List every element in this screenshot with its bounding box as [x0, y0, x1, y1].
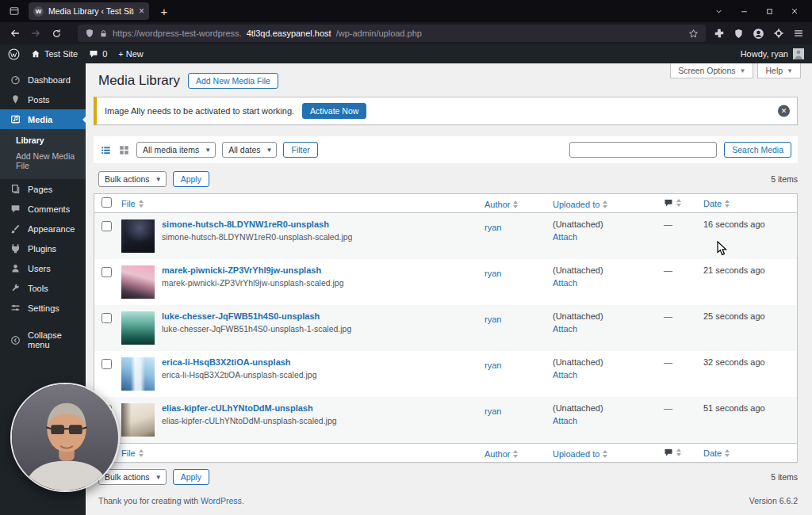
url-path: /wp-admin/upload.php — [336, 29, 422, 38]
media-thumbnail[interactable] — [121, 403, 155, 437]
sidebar-item-appearance[interactable]: Appearance — [0, 219, 86, 238]
tab-close-icon[interactable]: × — [139, 6, 144, 16]
comments-menu[interactable]: 0 — [89, 49, 107, 59]
author-link[interactable]: ryan — [485, 269, 501, 278]
media-thumbnail[interactable] — [121, 311, 155, 345]
sidebar-item-posts[interactable]: Posts — [0, 90, 86, 109]
grid-view-button[interactable] — [118, 144, 130, 156]
tracking-shield-icon[interactable] — [85, 29, 94, 38]
uploaded-to-status: (Unattached) — [553, 219, 664, 229]
list-view-button[interactable] — [100, 144, 112, 156]
wordpress-link[interactable]: WordPress. — [201, 496, 244, 505]
bulk-actions-select[interactable]: Bulk actions▼ — [98, 469, 167, 485]
sort-author-header[interactable]: Author — [485, 449, 518, 459]
row-checkbox[interactable] — [102, 267, 112, 277]
submenu-item-library[interactable]: Library — [0, 132, 86, 148]
settings-gear-icon[interactable] — [773, 28, 784, 39]
media-submenu: Library Add New Media File — [0, 129, 86, 179]
sidebar-item-tools[interactable]: Tools — [0, 278, 86, 298]
media-title-link[interactable]: marek-piwnicki-ZP3VrYhl9jw-unsplash — [162, 265, 344, 275]
reload-button[interactable] — [46, 24, 67, 43]
apply-button[interactable]: Apply — [173, 171, 209, 187]
wordpress-logo-icon[interactable] — [8, 48, 20, 60]
search-input[interactable] — [569, 142, 717, 158]
attach-link[interactable]: Attach — [553, 416, 577, 425]
sort-file-header[interactable]: File — [121, 199, 144, 208]
row-checkbox[interactable] — [102, 221, 112, 231]
search-media-button[interactable]: Search Media — [724, 142, 791, 158]
media-thumbnail[interactable] — [121, 265, 155, 299]
account-avatar-icon[interactable] — [753, 28, 764, 40]
sort-comments-header[interactable] — [664, 198, 681, 208]
site-name-menu[interactable]: Test Site — [31, 49, 78, 59]
sidebar-item-pages[interactable]: Pages — [0, 179, 86, 199]
sidebar-collapse-menu[interactable]: Collapse menu — [0, 326, 86, 354]
media-filename: simone-hutsch-8LDYNW1reR0-unsplash-scale… — [162, 232, 352, 242]
extensions-puzzle-icon[interactable] — [714, 28, 725, 39]
sidebar-item-comments[interactable]: Comments — [0, 199, 86, 219]
sort-date-header[interactable]: Date — [703, 199, 730, 208]
lock-icon[interactable] — [99, 29, 108, 38]
author-link[interactable]: ryan — [485, 360, 501, 370]
home-icon — [31, 49, 40, 59]
bulk-actions-select[interactable]: Bulk actions▼ — [98, 171, 167, 187]
new-content-menu[interactable]: + New — [118, 49, 144, 59]
forward-button[interactable] — [25, 24, 46, 43]
window-close-button[interactable] — [782, 1, 807, 21]
notice-text: Image Ally needs to be activated to star… — [105, 106, 294, 116]
table-footer-row: File Author Uploaded to — [94, 443, 797, 462]
attach-link[interactable]: Attach — [553, 324, 577, 334]
attach-link[interactable]: Attach — [553, 370, 577, 380]
sort-date-header[interactable]: Date — [703, 448, 730, 458]
bookmark-star-icon[interactable] — [688, 29, 699, 39]
media-thumbnail[interactable] — [121, 357, 155, 391]
author-link[interactable]: ryan — [485, 315, 501, 324]
media-title-link[interactable]: elias-kipfer-cULhYNtoDdM-unsplash — [162, 403, 337, 413]
sidebar-item-settings[interactable]: Settings — [0, 298, 86, 318]
sidebar-item-users[interactable]: Users — [0, 258, 86, 278]
sidebar-item-plugins[interactable]: Plugins — [0, 238, 86, 258]
row-checkbox[interactable] — [102, 359, 112, 369]
select-all-checkbox[interactable] — [102, 197, 112, 208]
add-new-media-button[interactable]: Add New Media File — [188, 73, 278, 89]
submenu-item-add-new-media[interactable]: Add New Media File — [0, 148, 86, 174]
attach-link[interactable]: Attach — [553, 278, 577, 288]
media-title-link[interactable]: erica-li-HsqB3X2tiOA-unsplash — [162, 357, 317, 367]
sort-arrows-icon — [513, 450, 518, 458]
help-button[interactable]: Help▼ — [757, 63, 801, 78]
menu-hamburger-icon[interactable] — [793, 28, 804, 39]
activate-now-button[interactable]: Activate Now — [302, 103, 366, 119]
my-account-menu[interactable]: Howdy, ryan — [741, 48, 804, 59]
author-link[interactable]: ryan — [485, 223, 501, 232]
media-type-select[interactable]: All media items▼ — [136, 142, 216, 158]
sort-file-header[interactable]: File — [121, 448, 144, 458]
window-maximize-button[interactable] — [756, 1, 782, 21]
tab-list-chevron-icon[interactable] — [706, 1, 731, 21]
adblock-shield-icon[interactable] — [733, 29, 744, 39]
sort-author-header[interactable]: Author — [485, 200, 518, 209]
date-filter-select[interactable]: All dates▼ — [222, 142, 277, 158]
back-button[interactable] — [5, 24, 25, 43]
apply-button[interactable]: Apply — [173, 469, 209, 485]
sidebar-item-media[interactable]: Media — [0, 109, 86, 129]
media-thumbnail[interactable] — [121, 219, 155, 253]
sort-uploaded-header[interactable]: Uploaded to — [553, 200, 607, 209]
browser-tab[interactable]: W Media Library ‹ Test Site — Wor × — [29, 2, 149, 20]
sort-comments-header[interactable] — [664, 448, 681, 457]
attach-link[interactable]: Attach — [553, 232, 577, 242]
sort-uploaded-header[interactable]: Uploaded to — [553, 449, 607, 459]
author-link[interactable]: ryan — [485, 406, 501, 416]
screen-options-button[interactable]: Screen Options▼ — [670, 63, 753, 78]
filter-button[interactable]: Filter — [283, 142, 317, 158]
comments-cell: — — [664, 311, 703, 321]
media-title-link[interactable]: luke-chesser-JqFWB51h4S0-unsplash — [162, 311, 351, 321]
sort-arrows-icon — [139, 200, 144, 208]
sidebar-item-dashboard[interactable]: Dashboard — [0, 70, 86, 90]
firefox-view-icon[interactable] — [5, 6, 24, 17]
media-title-link[interactable]: simone-hutsch-8LDYNW1reR0-unsplash — [162, 219, 352, 229]
window-minimize-button[interactable] — [731, 1, 756, 21]
row-checkbox[interactable] — [102, 313, 112, 323]
new-tab-button[interactable]: + — [155, 5, 173, 18]
dismiss-notice-icon[interactable]: ✕ — [778, 105, 790, 117]
address-bar[interactable]: https://wordpress-test-wordpress. 4tl3qd… — [78, 25, 706, 42]
